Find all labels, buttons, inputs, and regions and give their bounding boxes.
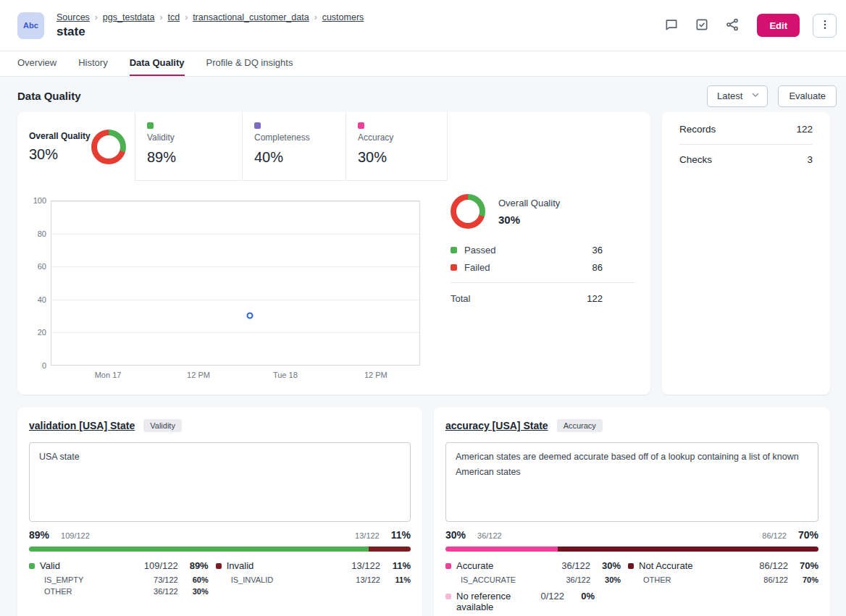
explanation-row: OTHER 36/122 30% <box>29 587 209 596</box>
y-tick-label: 60 <box>38 262 46 271</box>
x-tick-label: 12 PM <box>187 371 210 379</box>
records-label: Records <box>679 124 716 135</box>
tab-overview[interactable]: Overview <box>17 51 56 76</box>
share-icon <box>725 17 740 34</box>
explanation-name: IS_ACCURATE <box>445 575 551 584</box>
share-button[interactable] <box>721 14 744 37</box>
valid-legend-row: Valid 109/122 89% <box>29 560 209 571</box>
tasks-button[interactable] <box>690 14 713 37</box>
chevron-down-icon <box>751 90 760 101</box>
breadcrumb: Sources › pgs_testdata › tcd › transacti… <box>56 12 364 22</box>
more-actions-button[interactable] <box>813 14 837 38</box>
quality-overview-card: Overall Quality 30% Validity 89% Complet… <box>17 112 650 395</box>
tile-value: 30% <box>29 146 91 163</box>
valid-color-swatch <box>29 563 35 569</box>
version-select-value: Latest <box>717 90 742 101</box>
attribute-type-icon: Abc <box>17 12 44 39</box>
record-stats-card: Records 122 Checks 3 <box>662 112 830 395</box>
tab-history[interactable]: History <box>78 51 107 76</box>
check-description: USA state <box>29 442 411 522</box>
explanation-row: IS_INVALID 13/122 11% <box>216 575 411 584</box>
not-accurate-percent: 70% <box>798 529 818 541</box>
explanation-fraction: 86/122 <box>749 575 788 584</box>
total-label: Total <box>451 293 470 304</box>
kebab-menu-icon <box>819 19 831 33</box>
accuracy-color-swatch <box>358 122 364 129</box>
not-accurate-legend-row: Not Accurate 86/122 70% <box>628 560 818 571</box>
failed-fraction: 13/122 <box>355 531 380 540</box>
breadcrumb-separator: › <box>159 12 162 22</box>
summary-value: 30% <box>498 214 560 226</box>
explanation-fraction: 73/122 <box>139 575 178 584</box>
breadcrumb-transactional-customer-data[interactable]: transactional_customer_data <box>193 12 309 22</box>
explanation-percent: 60% <box>178 575 209 584</box>
evaluate-button[interactable]: Evaluate <box>778 85 837 107</box>
legend-percent: 11% <box>380 560 411 571</box>
no-reference-color-swatch <box>445 594 451 599</box>
check-dimension-tag: Validity <box>143 419 182 432</box>
tab-data-quality[interactable]: Data Quality <box>130 51 185 76</box>
chart-point <box>247 313 254 319</box>
accurate-percent: 30% <box>445 529 466 541</box>
legend-fraction: 86/122 <box>749 560 788 571</box>
tile-label: Accuracy <box>358 132 435 143</box>
comments-button[interactable] <box>660 14 683 37</box>
checks-row: Checks 3 <box>679 154 813 165</box>
tile-label: Overall Quality <box>29 131 91 141</box>
legend-fraction: 13/122 <box>341 560 380 571</box>
summary-divider <box>451 282 634 283</box>
tab-profile-dq-insights[interactable]: Profile & DQ insights <box>206 51 293 76</box>
y-tick-label: 100 <box>33 196 46 205</box>
explanation-percent: 30% <box>178 587 209 596</box>
edit-button[interactable]: Edit <box>757 14 800 37</box>
comment-icon <box>664 17 679 34</box>
breadcrumb-customers[interactable]: customers <box>322 12 364 22</box>
no-reference-legend-row: No reference available 0/122 0% <box>445 591 621 612</box>
legend-percent: 30% <box>590 560 621 571</box>
summary-title: Overall Quality <box>498 198 560 208</box>
explanation-percent: 30% <box>590 575 621 584</box>
legend-label: Not Accurate <box>639 560 749 571</box>
result-bar <box>445 547 818 552</box>
y-tick-label: 0 <box>42 361 46 370</box>
breadcrumb-tcd[interactable]: tcd <box>167 12 180 22</box>
failed-row: Failed 86 <box>451 258 634 276</box>
result-legend: Accurate 36/122 30% Not Accurate 86/122 … <box>445 557 818 612</box>
check-title-link[interactable]: validation [USA] State <box>29 420 135 431</box>
tile-validity: Validity 89% <box>135 112 242 181</box>
stat-tiles: Overall Quality 30% Validity 89% Complet… <box>17 112 650 181</box>
breadcrumb-pgs-testdata[interactable]: pgs_testdata <box>103 12 155 22</box>
records-value: 122 <box>796 124 813 135</box>
passed-color-swatch <box>451 247 457 253</box>
passed-fraction: 109/122 <box>61 531 90 540</box>
failed-color-swatch <box>451 264 457 271</box>
x-tick-label: Mon 17 <box>95 371 122 379</box>
breadcrumb-sources[interactable]: Sources <box>56 12 90 22</box>
accurate-legend-row: Accurate 36/122 30% <box>445 560 621 571</box>
version-select[interactable]: Latest <box>707 85 768 107</box>
passed-percent: 89% <box>29 529 49 541</box>
check-title-link[interactable]: accuracy [USA] State <box>445 420 548 431</box>
section-title: Data Quality <box>17 90 81 102</box>
x-tick-label: Tue 18 <box>273 371 298 379</box>
x-axis: Mon 1712 PMTue 1812 PM <box>51 366 420 380</box>
y-tick-label: 80 <box>38 229 46 238</box>
explanation-name: IS_INVALID <box>216 575 341 584</box>
validity-color-swatch <box>147 122 154 129</box>
explanation-fraction: 36/122 <box>139 587 178 596</box>
legend-label: No reference available <box>456 591 525 612</box>
total-value: 122 <box>587 293 603 304</box>
y-tick-label: 40 <box>38 295 46 304</box>
quality-trend-chart: 020406080100 Mon 1712 PMTue 1812 PM <box>51 201 420 366</box>
legend-label: Valid <box>40 560 139 571</box>
breadcrumb-separator: › <box>314 12 317 22</box>
invalid-bar-segment <box>369 547 411 552</box>
records-row: Records 122 <box>679 124 813 135</box>
breadcrumb-separator: › <box>185 12 188 22</box>
explanation-name: OTHER <box>628 575 749 584</box>
accuracy-check-card: accuracy [USA] State Accuracy American s… <box>434 408 830 616</box>
legend-label: Accurate <box>456 560 551 571</box>
tile-label: Completeness <box>254 132 334 143</box>
tile-accuracy: Accuracy 30% <box>345 112 448 181</box>
legend-percent: 0% <box>564 591 595 602</box>
